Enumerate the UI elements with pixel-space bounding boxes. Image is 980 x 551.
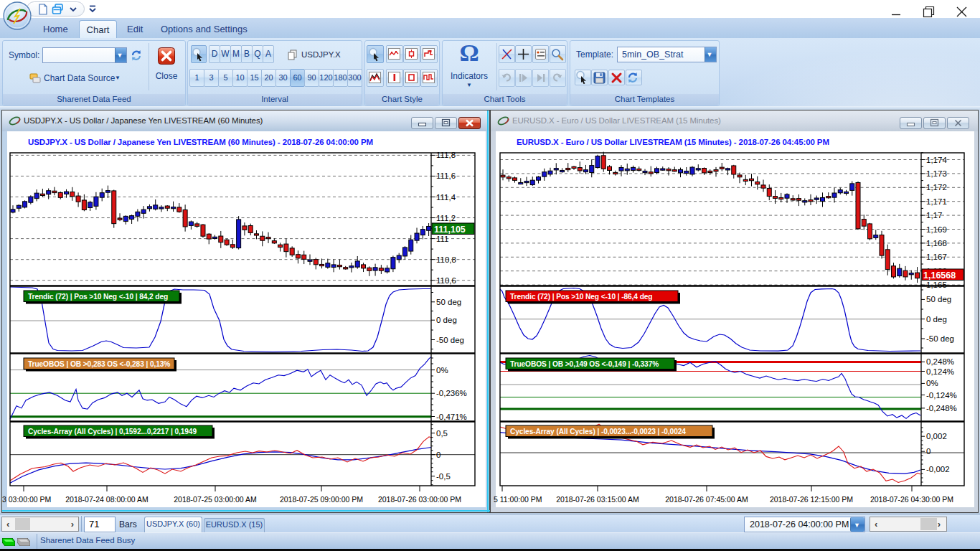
svg-text:-0,124%: -0,124%: [926, 391, 957, 400]
svg-text:2018-07-26 04:30:00 PM: 2018-07-26 04:30:00 PM: [870, 495, 953, 504]
svg-text:-0,236%: -0,236%: [436, 389, 467, 397]
svg-text:1,167: 1,167: [926, 253, 947, 261]
svg-text:2018-07-25 09:00:00 PM: 2018-07-25 09:00:00 PM: [280, 495, 363, 504]
svg-text:2018-07-26 03:15:00 AM: 2018-07-26 03:15:00 AM: [556, 495, 639, 504]
svg-text:1,165: 1,165: [926, 281, 947, 289]
svg-text:2018-07-26 12:15:00 PM: 2018-07-26 12:15:00 PM: [770, 495, 853, 504]
svg-text:1,173: 1,173: [926, 169, 947, 178]
svg-text:Trendic (72) | Pos >10 Neg <-1: Trendic (72) | Pos >10 Neg <-10 | -86,4 …: [510, 293, 652, 301]
svg-text:111,4: 111,4: [436, 193, 456, 202]
svg-text:Trendic (72) | Pos >10 Neg <-1: Trendic (72) | Pos >10 Neg <-10 | 84,2 d…: [28, 293, 168, 301]
svg-text:5 11:00:00 PM: 5 11:00:00 PM: [494, 495, 542, 504]
svg-text:0,002: 0,002: [926, 432, 947, 441]
svg-text:0 deg: 0 deg: [436, 316, 457, 324]
svg-text:1,17: 1,17: [926, 211, 942, 220]
svg-text:111,105: 111,105: [434, 225, 466, 235]
svg-text:1,169: 1,169: [926, 225, 947, 234]
svg-text:-50 deg: -50 deg: [436, 336, 464, 344]
svg-text:-0,471%: -0,471%: [436, 413, 467, 421]
svg-text:0,124%: 0,124%: [926, 367, 954, 376]
svg-text:111: 111: [436, 235, 448, 243]
svg-text:2018-07-26 03:00:00 PM: 2018-07-26 03:00:00 PM: [378, 495, 461, 504]
svg-text:TrueOBOS | OB >0,149 OS <-0,14: TrueOBOS | OB >0,149 OS <-0,149 | -0,337…: [510, 360, 659, 368]
svg-text:0,5: 0,5: [436, 429, 448, 438]
svg-text:1,171: 1,171: [926, 197, 947, 206]
svg-text:50 deg: 50 deg: [926, 295, 951, 303]
svg-text:110,6: 110,6: [436, 276, 456, 285]
svg-text:0: 0: [436, 451, 440, 459]
svg-text:0%: 0%: [926, 379, 938, 387]
svg-text:1,168: 1,168: [926, 239, 947, 248]
svg-text:110,8: 110,8: [436, 255, 456, 264]
svg-text:-0,5: -0,5: [436, 472, 451, 481]
svg-text:3 03:00:00 PM: 3 03:00:00 PM: [2, 495, 51, 504]
svg-text:0%: 0%: [436, 366, 448, 375]
svg-text:Cycles-Array (All Cycles) | -0: Cycles-Array (All Cycles) | -0,0023...-0…: [510, 428, 686, 435]
svg-text:2018-07-26 07:45:00 AM: 2018-07-26 07:45:00 AM: [665, 495, 748, 504]
svg-text:TrueOBOS | OB >0,283 OS <-0,28: TrueOBOS | OB >0,283 OS <-0,283 | 0,13%: [28, 360, 170, 368]
svg-text:0 deg: 0 deg: [926, 315, 947, 324]
svg-text:Cycles-Array (All Cycles) | 0,: Cycles-Array (All Cycles) | 0,1592...0,2…: [28, 428, 197, 435]
svg-text:-0,248%: -0,248%: [926, 404, 957, 413]
svg-text:2018-07-25 03:00:00 AM: 2018-07-25 03:00:00 AM: [174, 495, 257, 504]
svg-text:50 deg: 50 deg: [436, 298, 461, 306]
svg-text:0: 0: [926, 447, 930, 456]
svg-text:1,172: 1,172: [926, 183, 947, 192]
svg-text:111,8: 111,8: [436, 151, 456, 159]
svg-text:2018-07-24 08:00:00 AM: 2018-07-24 08:00:00 AM: [65, 495, 149, 504]
svg-text:1,174: 1,174: [926, 156, 947, 164]
svg-text:111,2: 111,2: [436, 214, 456, 222]
svg-text:0,248%: 0,248%: [926, 357, 954, 366]
svg-text:111,6: 111,6: [436, 171, 456, 180]
svg-text:-50 deg: -50 deg: [926, 334, 954, 343]
svg-text:1,16568: 1,16568: [923, 270, 956, 281]
svg-text:-0,002: -0,002: [926, 465, 950, 474]
